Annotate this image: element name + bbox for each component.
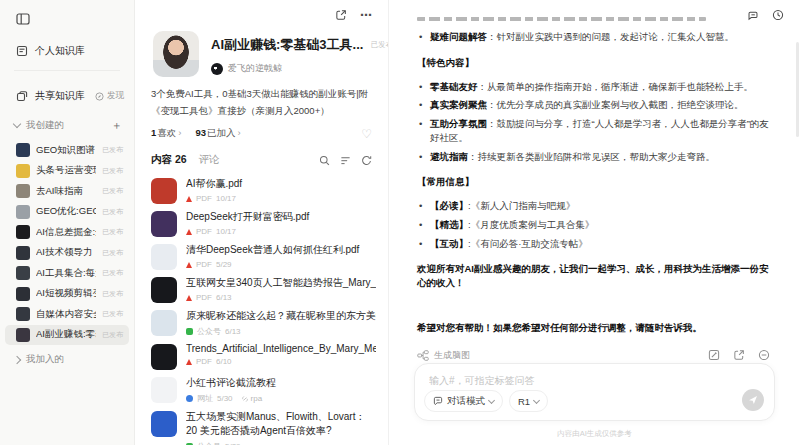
chat-input[interactable] bbox=[429, 375, 760, 386]
share-icon[interactable] bbox=[747, 9, 759, 21]
answer-bold-text: 互助分享氛围 bbox=[430, 118, 487, 129]
sidebar-kb-item[interactable]: 自媒体内容安全审查 已发布 bbox=[5, 304, 129, 325]
answer-block: •【必读】:《新人入门指南与吧规》 bbox=[417, 199, 770, 213]
sidebar-kb-item[interactable]: AI副业赚钱:零基础3工... 已发布 bbox=[5, 325, 129, 346]
sidebar-item-shared[interactable]: 共享知识库 发现 bbox=[0, 89, 134, 103]
collapse-icon[interactable] bbox=[758, 349, 770, 361]
sidebar-kb-item[interactable]: AI短视频剪辑变现 | 7... 已发布 bbox=[5, 284, 129, 305]
personal-kb-icon bbox=[16, 45, 28, 57]
personal-kb-label: 个人知识库 bbox=[35, 44, 85, 58]
sidebar-kb-item[interactable]: 去AI味指南 已发布 bbox=[5, 181, 129, 202]
file-item[interactable]: 五大场景实测Manus、Flowith、Lovart：20 美元能否撬动Agen… bbox=[151, 410, 376, 445]
kb-item-label: AI工具集合:每天省3小... bbox=[36, 267, 96, 280]
file-date: 10/17 bbox=[216, 227, 236, 236]
file-title: 五大场景实测Manus、Flowith、Lovart：20 美元能否撬动Agen… bbox=[186, 410, 376, 438]
more-icon[interactable]: ⋯ bbox=[360, 10, 372, 20]
file-item[interactable]: 清华DeepSeek普通人如何抓住红利.pdf PDF 5/29 bbox=[151, 243, 376, 270]
published-badge: 已发布 bbox=[102, 166, 123, 176]
file-thumbnail bbox=[151, 244, 177, 270]
discover-icon bbox=[95, 92, 104, 101]
tab-content[interactable]: 内容 26 bbox=[151, 153, 187, 167]
kb-item-label: AI技术领导力 bbox=[36, 246, 96, 259]
like-button[interactable]: ♡ bbox=[361, 128, 372, 140]
sidebar-kb-item[interactable]: 头条号运营变现手册 已发布 bbox=[5, 161, 129, 182]
likes-stat[interactable]: 1喜欢› bbox=[151, 127, 181, 140]
file-date: 5/30 bbox=[217, 394, 233, 403]
answer-block: 【特色内容】 bbox=[417, 56, 770, 70]
file-item[interactable]: 互联网女皇340页人工智能趋势报告_Mary_Meeker.pdf PDF 6/… bbox=[151, 276, 376, 303]
model-select[interactable]: R1 bbox=[509, 390, 548, 412]
answer-text: ：持续更新各类副业陷阱和常见误区，帮助大家少走弯路。 bbox=[468, 151, 715, 162]
file-type-icon bbox=[186, 262, 192, 268]
likes-count: 1 bbox=[151, 127, 156, 138]
answer-bold-text: 【常用信息】 bbox=[417, 176, 474, 187]
joined-stat[interactable]: 93已加入› bbox=[195, 127, 240, 140]
chevron-down-icon bbox=[533, 396, 540, 403]
chat-mode-select[interactable]: 对话模式 bbox=[424, 390, 503, 412]
answer-text: ：从最简单的操作指南开始，循序渐进，确保新手也能轻松上手。 bbox=[478, 81, 754, 92]
sidebar-kb-item[interactable]: AI工具集合:每天省3小... 已发布 bbox=[5, 263, 129, 284]
kb-item-label: GEO优化:GEO驱动的... bbox=[36, 205, 96, 218]
bullet-dot: • bbox=[419, 237, 422, 251]
file-tag: rpa bbox=[251, 394, 263, 403]
discover-button[interactable]: 发现 bbox=[95, 90, 124, 102]
answer-block: •零基础友好：从最简单的操作指南开始，循序渐进，确保新手也能轻松上手。 bbox=[417, 80, 770, 94]
answer-text: :《月度优质案例与工具合集》 bbox=[468, 219, 594, 230]
file-thumbnail bbox=[151, 178, 177, 204]
file-type-label: PDF bbox=[196, 227, 212, 236]
scrollbar[interactable] bbox=[796, 42, 799, 137]
sidebar-kb-item[interactable]: GEO知识图谱 | AI搜索... 已发布 bbox=[5, 140, 129, 161]
answer-block: •互助分享氛围：鼓励提问与分享，打造“人人都是学习者，人人也都是分享者”的友好社… bbox=[417, 117, 770, 145]
kb-description: 3个免费AI工具，0基础3天做出能赚钱的副业账号|附《变现工具包》直接抄（亲测月… bbox=[135, 86, 388, 119]
refresh-icon[interactable] bbox=[361, 155, 372, 166]
answer-bold-text: 避坑指南 bbox=[430, 151, 468, 162]
published-badge: 已发布 bbox=[102, 227, 123, 237]
tab-comments[interactable]: 评论 bbox=[199, 153, 220, 167]
history-icon[interactable] bbox=[772, 9, 784, 21]
published-badge: 已发布 bbox=[102, 268, 123, 278]
edit-icon[interactable] bbox=[708, 349, 720, 361]
sort-icon[interactable] bbox=[340, 155, 351, 166]
group-created[interactable]: 我创建的 ＋ bbox=[0, 118, 134, 133]
answer-text: ：优先分享成员的真实副业案例与收入截图，拒绝空谈理论。 bbox=[487, 99, 744, 110]
sidebar-kb-item[interactable]: GEO优化:GEO驱动的... 已发布 bbox=[5, 202, 129, 223]
kb-author[interactable]: 爱飞的逆戟鲸 bbox=[211, 62, 378, 75]
file-thumbnail bbox=[151, 411, 177, 437]
add-kb-button[interactable]: ＋ bbox=[111, 118, 122, 133]
file-item[interactable]: AI帮你赢.pdf PDF 10/17 bbox=[151, 177, 376, 204]
file-title: 互联网女皇340页人工智能趋势报告_Mary_Meeker.pdf bbox=[186, 276, 376, 290]
send-button[interactable] bbox=[742, 389, 764, 411]
kb-item-label: AI副业赚钱:零基础3工... bbox=[36, 328, 96, 341]
kb-detail-panel: ⋯ AI副业赚钱:零基础3工具... 已发布 爱飞的逆戟鲸 3个免费AI工具，0… bbox=[135, 0, 389, 445]
sidebar-item-personal[interactable]: 个人知识库 bbox=[0, 44, 134, 58]
generate-mindmap-button[interactable]: 生成脑图 bbox=[417, 349, 470, 362]
kb-title: AI副业赚钱:零基础3工具... bbox=[211, 36, 363, 54]
share-icon[interactable] bbox=[335, 9, 347, 21]
group-created-label: 我创建的 bbox=[26, 119, 64, 132]
sidebar-kb-item[interactable]: AI信息差掘金:全球前... 已发布 bbox=[5, 222, 129, 243]
file-item[interactable]: 原来昵称还能这么起？藏在昵称里的东方美学 公众号 6/13 bbox=[151, 309, 376, 337]
kb-thumbnail bbox=[16, 184, 30, 198]
tab-content-label: 内容 bbox=[151, 153, 172, 165]
kb-thumbnail bbox=[16, 287, 30, 301]
answer-block: 【常用信息】 bbox=[417, 175, 770, 189]
file-item[interactable]: DeepSeek打开财富密码.pdf PDF 10/17 bbox=[151, 210, 376, 237]
bullet-dot: • bbox=[419, 218, 422, 232]
sidebar-divider bbox=[14, 70, 120, 71]
group-joined[interactable]: 我加入的 bbox=[0, 353, 134, 366]
author-name: 爱飞的逆戟鲸 bbox=[228, 62, 282, 75]
file-item[interactable]: Trends_Artificial_Intelligence_By_Mary_M… bbox=[151, 343, 376, 370]
sidebar-kb-item[interactable]: AI技术领导力 已发布 bbox=[5, 243, 129, 264]
file-item[interactable]: 小红书评论截流教程 网址 5/30 rpa bbox=[151, 376, 376, 404]
file-title: DeepSeek打开财富密码.pdf bbox=[186, 210, 376, 224]
export-icon[interactable] bbox=[733, 349, 745, 361]
file-type-icon bbox=[186, 196, 192, 202]
kb-thumbnail bbox=[16, 266, 30, 280]
answer-block: 希望对您有帮助！如果您希望对任何部分进行调整，请随时告诉我。 bbox=[417, 321, 770, 335]
bullet-dot: • bbox=[419, 30, 422, 44]
group-joined-label: 我加入的 bbox=[26, 353, 64, 366]
search-icon[interactable] bbox=[319, 155, 330, 166]
answer-block: •避坑指南：持续更新各类副业陷阱和常见误区，帮助大家少走弯路。 bbox=[417, 150, 770, 164]
sidebar-toggle-icon[interactable] bbox=[16, 12, 134, 26]
answer-text: :《有问必答·互助交流专帖》 bbox=[468, 238, 588, 249]
